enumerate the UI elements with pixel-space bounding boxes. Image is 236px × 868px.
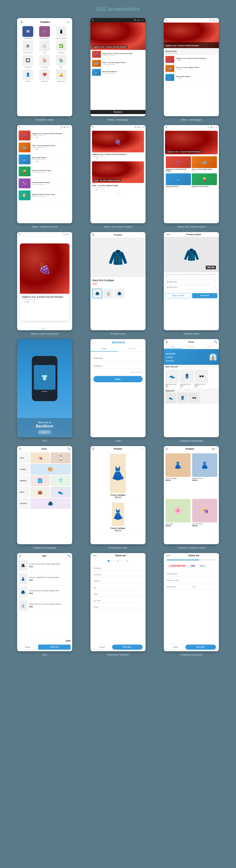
news-list-share-icon[interactable]: ↗ xyxy=(69,126,71,128)
payment-cvv-input[interactable] xyxy=(192,585,216,589)
product-color-select[interactable]: ◉ Select color ▼ xyxy=(165,285,217,289)
swipe-share-btn[interactable]: ↗ 0 xyxy=(32,301,35,303)
template-item-profile[interactable]: 👤 Profile xyxy=(20,69,36,82)
template-item-cart[interactable]: 🛒 Cart xyxy=(37,40,52,54)
news-one-share-icon[interactable]: ↗ xyxy=(142,126,144,128)
checkout-addr-back[interactable]: ‹ back xyxy=(92,554,97,556)
hamburger-icon[interactable]: ☰ xyxy=(20,21,23,24)
template-item-mobile[interactable]: 📱 Product Simple xyxy=(53,26,69,39)
checkout-cancel-button[interactable]: Cancel xyxy=(94,645,110,650)
news-one-page-prev[interactable]: ‹ xyxy=(115,193,116,194)
payment-next-button[interactable]: Next Step › xyxy=(185,645,216,650)
cat-tab-women[interactable]: Women xyxy=(182,345,201,349)
cat-product-1[interactable]: 👟 New Balance 530 Multi $96 xyxy=(165,370,179,388)
news-one-page-2[interactable]: 2 xyxy=(119,193,119,194)
template-item-complete[interactable]: 🔲 Complete xyxy=(20,55,36,68)
cat2-clown-label[interactable]: CLOWN xyxy=(19,464,29,475)
cat2-shorts-label[interactable]: SHORTS xyxy=(19,475,29,486)
news-one-share-2[interactable]: ↗ 0 xyxy=(101,189,103,190)
shopping-icon[interactable]: 🛍 xyxy=(67,21,69,23)
news2-hamburger[interactable]: ☰ xyxy=(165,19,167,21)
checkout-state-input[interactable] xyxy=(94,592,142,597)
product-view-hamburger[interactable]: ☰ xyxy=(92,233,95,237)
news1-list-icon[interactable]: ≡ xyxy=(140,19,141,21)
payment-cancel-button[interactable]: Cancel xyxy=(167,645,184,650)
payment-expiry-input[interactable] xyxy=(167,585,190,589)
prod2col-item-2[interactable]: 👗 Bodycon Dress $49.95 xyxy=(192,453,217,497)
product-thumb-3[interactable]: 🧥 xyxy=(114,289,124,299)
news-two-grid-icon[interactable]: ⊞ xyxy=(211,126,212,128)
news2-comment2-icon[interactable]: 💬 0 xyxy=(179,69,182,70)
cat2-hats-label[interactable]: HATS xyxy=(19,453,29,463)
visa-option[interactable]: VISA xyxy=(189,564,197,568)
product-size-select[interactable]: ◉ Select Size ▼ xyxy=(165,280,217,284)
cat-product-2[interactable]: 👖 Dark Future Drop Crotch $96 xyxy=(180,370,194,388)
news-one-page-1[interactable]: 1 xyxy=(117,193,117,194)
add-to-cart-button[interactable]: ADD TO CART xyxy=(165,293,191,298)
news-list-comment2[interactable]: 💬 0 xyxy=(36,149,39,150)
news-one-search[interactable]: 🔍 xyxy=(134,126,136,128)
news-one-share-1[interactable]: ↗ 0 xyxy=(101,158,103,159)
cat-hamburger[interactable]: ☰ xyxy=(165,340,168,343)
news-list-col-icon[interactable]: ⊟ xyxy=(66,126,68,128)
login-password-input[interactable] xyxy=(94,364,142,369)
cart-hamburger[interactable]: ☰ xyxy=(19,554,21,557)
swipe-share[interactable]: ↗ xyxy=(69,233,71,235)
product-view-wishlist[interactable]: ♡ xyxy=(141,233,144,237)
news-one-comment-2[interactable]: 💬 0 xyxy=(96,189,99,190)
news-list-comment3[interactable]: 💬 0 xyxy=(36,161,39,162)
swipe-like[interactable]: ♡ 0 xyxy=(22,301,25,303)
news1-hamburger[interactable]: ☰ xyxy=(92,19,94,21)
cat2-shorts-img2[interactable]: 👕 xyxy=(51,475,71,486)
cart-item-qty-2[interactable]: 1 xyxy=(70,578,71,580)
news-list-comment1[interactable]: 💬 1 xyxy=(36,137,39,138)
template-item-grid[interactable]: ⊞ Product Grid xyxy=(20,40,36,54)
cart-item-qty-3[interactable]: 1 xyxy=(70,591,71,593)
checkout-address-input[interactable] xyxy=(94,579,142,584)
checkout-pay-back[interactable]: ‹ back xyxy=(165,554,170,556)
news-one-hamburger[interactable]: ☰ xyxy=(92,126,94,128)
cat2-jackets-img[interactable]: 🧥 xyxy=(30,498,71,509)
cart-checkout-button[interactable]: Check Out xyxy=(38,645,71,650)
prod2col-wishlist-icon[interactable]: ♡ xyxy=(215,447,217,451)
news-list-hamburger[interactable]: ☰ xyxy=(19,126,20,128)
news-two-list-icon[interactable]: ≡ xyxy=(214,126,215,128)
template-item-home[interactable]: 🏠 My Home xyxy=(37,55,52,68)
template-item-checkout[interactable]: ✅ Checkout xyxy=(53,40,69,54)
prod2col-grid-icon[interactable]: ⊞ xyxy=(212,447,214,450)
product-detail-back[interactable]: ‹ back xyxy=(165,234,170,236)
login-forgot-password[interactable]: Forgot Password xyxy=(94,371,142,373)
template-item-wishlist[interactable]: ❤️ Wish list xyxy=(37,69,52,82)
news2-grid-icon[interactable]: ⊞ xyxy=(213,19,215,21)
news1-search[interactable]: 🔍 xyxy=(134,19,136,21)
cart-search-icon[interactable]: 🔍 xyxy=(67,554,71,557)
cat2-hamburger[interactable]: ☰ xyxy=(19,447,21,451)
news-one-like-2[interactable]: ♡ 0 xyxy=(92,189,95,190)
news2-like2-icon[interactable]: ♡ 0 xyxy=(176,69,178,70)
news-list-search[interactable]: 🔍 xyxy=(60,126,62,128)
news-two-search[interactable]: 🔍 xyxy=(208,126,210,128)
buy-now-button[interactable]: BUY NOW xyxy=(192,293,217,298)
checkout-city-input[interactable] xyxy=(94,585,142,590)
news1-grid-icon[interactable]: ⊞ xyxy=(137,19,139,21)
paypal-option[interactable]: PayPal xyxy=(199,564,207,568)
mastercard-option[interactable]: ●● MASTERCARD xyxy=(167,564,187,568)
news2-share-icon[interactable]: ↗ xyxy=(216,19,217,21)
login-tab-signup[interactable]: Sign Up xyxy=(118,346,146,351)
swipe-search[interactable]: 🔍 xyxy=(63,233,65,235)
cat2-hats-img[interactable]: 👒 xyxy=(30,453,50,463)
swipe-hamburger[interactable]: ☰ xyxy=(19,233,20,235)
checkout-lastname-input[interactable] xyxy=(94,572,142,577)
news2-comment-icon[interactable]: 💬 1 xyxy=(179,60,182,61)
prod2col-hamburger[interactable]: ☰ xyxy=(165,447,168,451)
news2-like-icon[interactable]: ♡ 0 xyxy=(176,60,178,61)
login-username-input[interactable] xyxy=(94,355,142,361)
payment-name-input[interactable] xyxy=(167,578,216,583)
prodlist-hamburger[interactable]: ☰ xyxy=(92,447,95,451)
cart-cancel-button[interactable]: Cancel xyxy=(19,645,36,650)
cat2-bags-label[interactable]: BAGS xyxy=(19,487,29,497)
swipe-card[interactable]: 🍇 Yoghurt Love: A Dozen Favorite Recipes… xyxy=(20,244,70,321)
news-one-like-1[interactable]: ♡ 0 xyxy=(92,158,95,159)
cat-tab-product[interactable]: Product xyxy=(201,345,219,349)
cat2-bags-img[interactable]: 👜 xyxy=(30,487,50,497)
